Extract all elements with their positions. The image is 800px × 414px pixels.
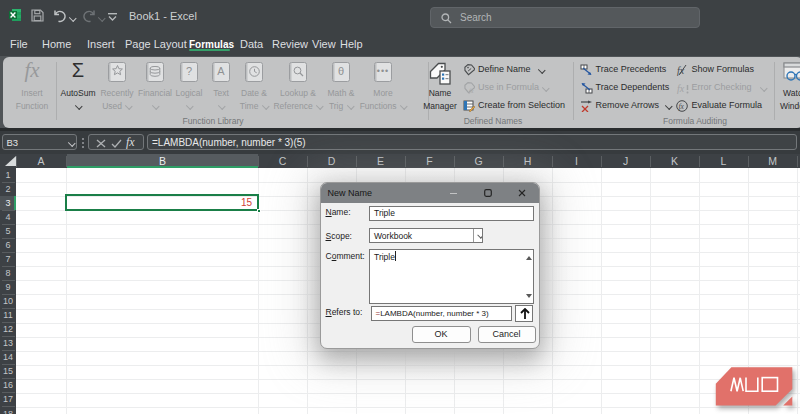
- svg-text:fx: fx: [469, 88, 474, 94]
- svg-text:fx: fx: [677, 83, 685, 94]
- svg-text:fx: fx: [677, 65, 685, 76]
- svg-text:fx: fx: [679, 102, 685, 111]
